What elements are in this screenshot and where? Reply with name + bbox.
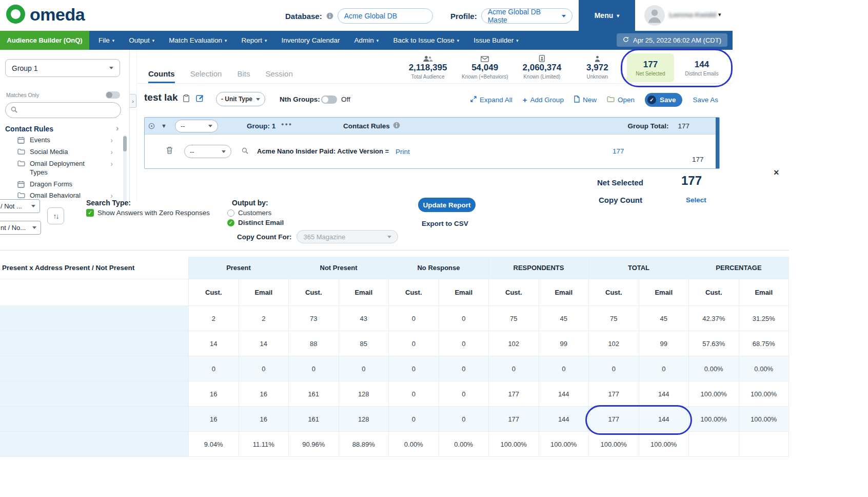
tab-selection[interactable]: Selection [190,69,222,83]
radio-option-distinct-email[interactable]: ✓Distinct Email [227,219,284,226]
zero-responses-option[interactable]: ✓ Show Answers with Zero Responses [86,209,210,217]
filter-select-partial-bottom[interactable]: nt / No... [0,221,41,235]
table-cell: 99 [639,331,689,356]
nav-item-inventory-calendar[interactable]: Inventory Calendar [274,31,347,50]
info-icon[interactable] [326,12,333,20]
row-label-cell [0,279,189,306]
user-menu-caret-icon[interactable]: ▾ [718,11,721,18]
search-input[interactable] [21,106,115,114]
sidebar-item-omail-deployment-types[interactable]: Omail Deployment Types› [17,158,121,179]
sidebar-item-social-media[interactable]: Social Media› [17,146,121,158]
save-as-button[interactable]: Save As [693,96,718,104]
table-cell: 16 [189,381,239,407]
add-group-button[interactable]: + Add Group [523,95,564,104]
expand-icon [470,96,477,104]
zero-responses-checkbox[interactable]: ✓ [86,209,94,217]
profile-select[interactable]: Acme Global DB Maste [481,8,573,24]
nav-item-match-evaluation[interactable]: Match Evaluation▾ [162,31,234,50]
toggle-knob [322,97,328,103]
nav-item-label: Match Evaluation [169,36,222,44]
table-cell: 0 [339,356,389,381]
table-cell: 144 [639,381,689,407]
table-cell: 100.00% [689,407,739,432]
copy-count-for-select[interactable]: 365 Magazine [297,230,398,243]
nav-item-output[interactable]: Output▾ [122,31,162,50]
tab-bits[interactable]: Bits [237,69,250,83]
stat-value: 3,972 [586,63,608,73]
nav-item-report[interactable]: Report▾ [234,31,274,50]
rule-value-link[interactable]: Print [396,148,410,156]
filter-select-partial-top[interactable]: / Not ... [0,199,40,213]
nav-item-label: Inventory Calendar [282,36,340,44]
trash-icon[interactable] [166,146,173,154]
chevron-down-icon [32,226,36,229]
distinct-emails-label: Distinct Emails [685,71,719,77]
menu-button[interactable]: Menu ▾ [579,0,635,31]
sidebar-item-events[interactable]: Events› [17,135,121,146]
net-selected-summary-label: Net Selected [597,178,643,187]
drag-handle-icon[interactable] [148,123,155,129]
nav-item-file[interactable]: File▾ [91,31,122,50]
unit-type-select[interactable]: - Unit Type [216,92,265,106]
radio-label: Distinct Email [238,219,284,226]
sidebar-item-dragon-forms[interactable]: Dragon Forms [17,179,121,190]
user-avatar-icon [646,6,663,26]
matches-only-toggle[interactable] [106,91,120,99]
expand-all-button[interactable]: Expand All [470,96,512,104]
table-cell: 0.00% [389,432,439,457]
clipboard-icon[interactable] [183,94,189,102]
table-cell: 0 [389,306,439,331]
save-button[interactable]: ✓ Save [645,93,683,107]
sort-order-button[interactable]: ↑↓ [47,207,64,224]
rule-search-icon[interactable] [242,147,248,154]
omeda-logo-icon [6,5,25,24]
radio-option-customers[interactable]: ✓Customers [227,209,284,217]
table-cell: 2 [239,306,289,331]
tab-counts[interactable]: Counts [148,69,175,83]
table-cell: 85 [339,331,389,356]
chevron-right-icon: › [110,148,113,156]
filter-select-value: / Not ... [1,202,22,210]
logo-text: omeda [30,6,85,23]
table-cell: 0.00% [439,432,489,457]
copy-count-select-link[interactable]: Select [686,196,706,204]
info-icon[interactable] [393,122,400,130]
refresh-timestamp[interactable]: Apr 25, 2022 06:02 AM (CDT) [617,33,727,47]
tab-session[interactable]: Session [265,69,292,83]
table-cell: 0 [639,356,689,381]
group-select[interactable]: Group 1 [5,59,120,77]
filter-select-value: nt / No... [1,224,26,232]
database-value-box[interactable]: Acme Global DB [338,8,433,24]
nth-groups-state: Off [341,95,350,103]
collapse-caret-icon[interactable]: ▼ [161,123,167,129]
sidebar-collapse-handle[interactable]: › [130,94,136,108]
nth-groups-toggle[interactable] [321,95,337,104]
group-operator-select[interactable]: -- [175,120,218,132]
row-label-cell [0,432,189,457]
chevron-down-icon [256,98,260,101]
nav-item-back-to-issue-close[interactable]: Back to Issue Close▾ [386,31,466,50]
column-group-header: TOTAL [589,257,689,279]
subheader-cell: Email [439,279,489,306]
update-report-button[interactable]: Update Report [418,198,476,212]
edit-icon[interactable] [196,94,204,102]
nav-item-issue-builder[interactable]: Issue Builder▾ [466,31,526,50]
panel-divider [136,50,137,201]
group-options-icon[interactable]: ●●● [281,122,292,127]
avatar[interactable] [644,5,665,26]
chevron-right-icon[interactable]: › [116,124,119,133]
close-icon[interactable]: × [774,168,779,177]
nav-item-admin[interactable]: Admin▾ [347,31,386,50]
nav-item-audience-builder[interactable]: Audience Builder (OnQ) [0,31,89,50]
omeda-logo[interactable]: omeda [6,5,85,24]
copy-count-for-row: Copy Count For: 365 Magazine [237,230,398,243]
new-button[interactable]: New [574,95,597,104]
panel-scrollbar[interactable] [716,118,719,168]
sidebar-scrollbar-thumb[interactable] [123,136,127,151]
matches-only-label: Matches Only [6,92,39,98]
export-csv-link[interactable]: Export to CSV [422,220,468,227]
caret-down-icon: ▾ [152,38,155,43]
stat-value: 2,118,395 [409,63,447,73]
rule-operator-select[interactable]: -- [184,145,231,158]
open-button[interactable]: Open [607,96,635,104]
